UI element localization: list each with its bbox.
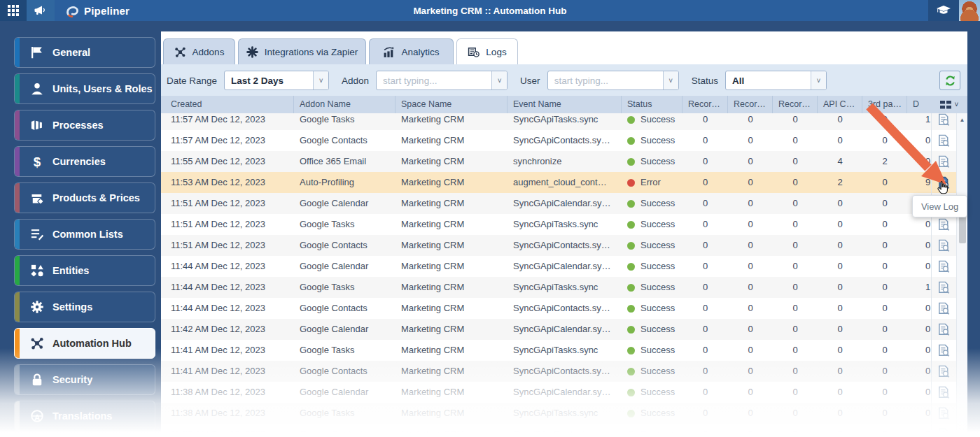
- column-header-addon[interactable]: Addon Name: [294, 96, 396, 113]
- sidebar-item-settings[interactable]: Settings: [14, 292, 155, 322]
- status-select[interactable]: All ˅: [725, 71, 827, 90]
- cell-records-3: 0: [773, 361, 818, 382]
- table-row[interactable]: 11:57 AM Dec 12, 2023Google TasksMarketi…: [161, 113, 956, 130]
- cell-d: 1: [907, 277, 931, 298]
- cell-space-name: Marketing CRM: [396, 424, 507, 437]
- column-header-space[interactable]: Space Name: [396, 96, 507, 113]
- table-row[interactable]: 11:53 AM Dec 12, 2023Auto-ProfilingMarke…: [161, 172, 956, 193]
- asterisk-icon: [246, 46, 258, 58]
- column-header-created[interactable]: Created: [161, 96, 294, 113]
- sidebar-item-general[interactable]: General: [14, 37, 155, 68]
- sidebar-item-automation-hub[interactable]: Automation Hub: [14, 328, 155, 359]
- cell-3rd-party: 0: [862, 382, 907, 403]
- cell-records-2: 0: [728, 277, 773, 298]
- table-row[interactable]: 11:42 AM Dec 12, 2023Google CalendarMark…: [161, 319, 956, 340]
- cell-d: 0: [907, 424, 931, 437]
- view-log-button[interactable]: [931, 298, 956, 319]
- sidebar-item-units-users-roles[interactable]: Units, Users & Roles: [14, 73, 155, 104]
- cell-space-name: Marketing CRM: [396, 277, 507, 298]
- table-row[interactable]: 11:51 AM Dec 12, 2023Google TasksMarketi…: [161, 214, 956, 235]
- view-log-button[interactable]: [931, 151, 956, 172]
- tab-integrations-via-zapier[interactable]: Integrations via Zapier: [238, 38, 366, 64]
- sidebar-item-entities[interactable]: Entities: [14, 255, 155, 286]
- date-range-select[interactable]: Last 2 Days ˅: [224, 71, 329, 90]
- column-header-api[interactable]: API C…: [818, 96, 862, 113]
- cell-event-name: SyncGApiContacts.sy…: [507, 361, 622, 382]
- addon-input[interactable]: start typing... ˅: [376, 71, 507, 90]
- cell-created: 11:44 AM Dec 12, 2023: [161, 277, 294, 298]
- sidebar-item-security[interactable]: Security: [14, 364, 155, 395]
- table-row[interactable]: 11:55 AM Dec 12, 2023Office 365 EmailMar…: [161, 151, 956, 172]
- table-row[interactable]: 11:38 AM Dec 12, 2023Google TasksMarketi…: [161, 403, 956, 424]
- sidebar-item-common-lists[interactable]: Common Lists: [14, 219, 155, 250]
- table-row[interactable]: 11:51 AM Dec 12, 2023Google CalendarMark…: [161, 193, 956, 214]
- cell-api-calls: 0: [818, 214, 862, 235]
- table-row[interactable]: 11:41 AM Dec 12, 2023Google ContactsMark…: [161, 361, 956, 382]
- sidebar-item-products-prices[interactable]: Products & Prices: [14, 182, 155, 213]
- table-row[interactable]: 11:38 AM Dec 12, 2023Google ContactsMark…: [161, 424, 956, 437]
- column-settings-button[interactable]: ˅: [931, 96, 967, 113]
- user-avatar[interactable]: [959, 0, 980, 21]
- megaphone-icon: [34, 5, 47, 16]
- view-log-button[interactable]: [931, 256, 956, 277]
- vertical-scrollbar[interactable]: ▲: [956, 113, 967, 437]
- refresh-button[interactable]: [939, 71, 960, 90]
- cell-addon-name: Google Contacts: [294, 424, 396, 437]
- view-log-button[interactable]: [931, 424, 956, 437]
- view-log-button[interactable]: [931, 382, 956, 403]
- column-header-event[interactable]: Event Name: [507, 96, 622, 113]
- table-row[interactable]: 11:44 AM Dec 12, 2023Google TasksMarketi…: [161, 277, 956, 298]
- column-header-status[interactable]: Status: [622, 96, 682, 113]
- table-row[interactable]: 11:51 AM Dec 12, 2023Google ContactsMark…: [161, 235, 956, 256]
- cell-records-1: 0: [682, 298, 728, 319]
- table-row[interactable]: 11:44 AM Dec 12, 2023Google CalendarMark…: [161, 256, 956, 277]
- tab-analytics[interactable]: Analytics: [369, 38, 454, 64]
- table-row[interactable]: 11:57 AM Dec 12, 2023Google ContactsMark…: [161, 130, 956, 151]
- column-header-d[interactable]: D: [907, 96, 931, 113]
- cell-records-1: 0: [682, 172, 728, 193]
- table-row[interactable]: 11:44 AM Dec 12, 2023Google ContactsMark…: [161, 298, 956, 319]
- table-row[interactable]: 11:41 AM Dec 12, 2023Google TasksMarketi…: [161, 340, 956, 361]
- view-log-button[interactable]: [931, 113, 956, 130]
- cell-event-name: SyncGApiCalendar.sy…: [507, 193, 622, 214]
- cell-records-3: 0: [773, 130, 818, 151]
- cell-event-name: SyncGApiCalendar.sy…: [507, 256, 622, 277]
- sidebar-item-currencies[interactable]: $Currencies: [14, 146, 155, 177]
- cell-d: 0: [907, 340, 931, 361]
- view-log-button[interactable]: [931, 403, 956, 424]
- sidebar-item-processes[interactable]: Processes: [14, 110, 155, 141]
- cell-3rd-party: 0: [862, 319, 907, 340]
- table-row[interactable]: 11:38 AM Dec 12, 2023Google CalendarMark…: [161, 382, 956, 403]
- cell-3rd-party: 0: [862, 298, 907, 319]
- app-grid-button[interactable]: [0, 0, 27, 21]
- column-header-third[interactable]: 3rd pa…: [862, 96, 907, 113]
- cell-status: Success: [622, 361, 682, 382]
- view-log-button[interactable]: [931, 277, 956, 298]
- tab-logs[interactable]: Logs: [456, 38, 518, 64]
- view-log-button[interactable]: [931, 130, 956, 151]
- learning-button[interactable]: [928, 0, 959, 21]
- column-header-rec1[interactable]: Recor…: [682, 96, 728, 113]
- sidebar-item-translations[interactable]: ATranslations: [14, 401, 155, 431]
- cell-addon-name: Google Contacts: [294, 235, 396, 256]
- sidebar-item-label: Automation Hub: [52, 338, 132, 349]
- announcements-button[interactable]: [27, 0, 55, 21]
- scroll-up-arrow[interactable]: ▲: [957, 113, 967, 123]
- pipeliner-logo[interactable]: Pipeliner: [64, 3, 130, 18]
- top-bar: Pipeliner Marketing CRM :: Automation Hu…: [0, 0, 980, 21]
- tab-addons[interactable]: Addons: [163, 38, 235, 64]
- column-header-rec3[interactable]: Recor…: [773, 96, 818, 113]
- column-header-rec2[interactable]: Recor…: [728, 96, 773, 113]
- cell-records-1: 0: [682, 151, 728, 172]
- view-log-button[interactable]: [931, 340, 956, 361]
- cell-created: 11:57 AM Dec 12, 2023: [161, 130, 294, 151]
- user-input[interactable]: start typing... ˅: [547, 71, 679, 90]
- view-log-button[interactable]: [931, 235, 956, 256]
- cell-api-calls: 0: [818, 113, 862, 130]
- view-log-button[interactable]: [931, 319, 956, 340]
- cell-records-2: 0: [728, 298, 773, 319]
- shapes-icon: [30, 264, 44, 278]
- cell-status: Error: [622, 172, 682, 193]
- graduation-cap-icon: [937, 6, 951, 16]
- view-log-button[interactable]: [931, 361, 956, 382]
